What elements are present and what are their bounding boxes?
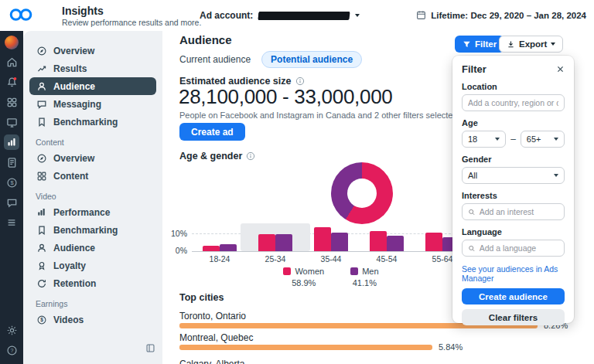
bar-men[interactable] [331,233,348,251]
sidebar-item-loyalty[interactable]: Loyalty [29,257,156,274]
insights-icon[interactable] [4,134,19,150]
sidebar-item-benchmarking[interactable]: Benchmarking [29,113,156,131]
age-range-separator: – [510,134,516,145]
interests-input-field[interactable] [480,207,558,216]
bar-women[interactable] [258,234,275,251]
audiences-manager-link[interactable]: See your audiences in Ads Manager [462,264,565,283]
bar-women[interactable] [370,231,387,251]
city-label: Toronto, Ontario [179,311,246,321]
legend-women-pct: 58.9% [283,278,324,287]
create-audience-button[interactable]: Create audience [462,288,565,304]
legend-men-pct: 41.1% [350,278,378,287]
age-label: Age [462,118,565,128]
estimated-audience-caption: People on Facebook and Instagram in Cana… [179,111,458,120]
people-icon [36,81,47,92]
trend-icon [36,63,47,74]
notifications-icon[interactable] [4,74,19,90]
svg-text:$: $ [10,179,14,186]
date-range-label: Lifetime: Dec 29, 2020 – Jan 28, 2024 [431,11,586,20]
age-min-select[interactable]: 18 [462,131,506,148]
gender-value: All [468,171,477,180]
meta-logo[interactable] [8,8,34,22]
sidebar-item-label: Retention [53,278,96,289]
svg-text:?: ? [10,347,13,352]
sidebar-item-label: Overview [53,153,94,164]
menu-icon[interactable] [4,215,19,230]
sidebar-item-content-overview[interactable]: Overview [29,149,156,167]
chevron-down-icon [495,138,500,141]
home-icon[interactable] [4,54,19,70]
sidebar-item-video-benchmarking[interactable]: Benchmarking [29,221,156,239]
sidebar-item-label: Benchmarking [53,225,118,236]
age-max-select[interactable]: 65+ [521,131,565,148]
bar-women[interactable] [203,246,220,251]
sidebar-item-overview[interactable]: Overview [29,42,156,60]
tab-potential-audience[interactable]: Potential audience [261,51,362,68]
location-input[interactable] [462,94,565,111]
filter-panel: Filter Location Age 18 – 65+ Gender All … [452,56,574,323]
settings-icon[interactable] [4,322,19,338]
chevron-down-icon [355,14,360,17]
x-axis-label: 25-34 [248,254,303,264]
medal-icon [36,260,47,271]
clear-filters-button[interactable]: Clear filters [462,309,565,325]
create-ad-button[interactable]: Create ad [179,123,245,141]
sidebar-item-retention[interactable]: Retention [29,274,156,292]
bar-men[interactable] [387,236,404,251]
filter-button[interactable]: Filter [455,36,504,53]
desktop-icon[interactable] [4,114,19,130]
age-gender-donut [331,162,393,224]
bar-women[interactable] [314,227,331,251]
estimated-audience-value: 28,100,000 - 33,000,000 [179,85,392,109]
age-range-row: 18 – 65+ [462,131,565,148]
close-icon[interactable] [556,65,565,73]
gender-select[interactable]: All [462,167,565,184]
messages-icon[interactable] [4,195,19,210]
sidebar-item-video-audience[interactable]: Audience [29,239,156,257]
sidebar-item-content[interactable]: Content [29,167,156,185]
language-input-field[interactable] [480,243,558,253]
legend-women-swatch [283,267,291,275]
compass-icon [36,46,47,56]
sidebar-item-label: Messaging [53,99,101,110]
y-axis-tick-10: 10% [166,229,187,238]
info-icon[interactable] [246,151,255,161]
date-range-selector[interactable]: Lifetime: Dec 29, 2020 – Jan 28, 2024 [416,10,586,20]
bar-chart-icon [36,207,47,217]
chevron-down-icon [554,138,558,141]
profile-avatar[interactable] [5,36,19,49]
sidebar-item-results[interactable]: Results [29,60,156,77]
age-group[interactable]: 35-44 [303,226,359,251]
sidebar-item-performance[interactable]: Performance [29,203,156,221]
content-icon[interactable] [4,155,19,170]
sidebar-item-videos[interactable]: $ Videos [29,311,156,328]
location-input-field[interactable] [468,98,558,107]
ad-account-selector[interactable]: Ad account: [200,9,360,22]
bar-men[interactable] [275,234,292,251]
apps-grid-icon[interactable] [4,94,19,110]
help-icon[interactable]: ? [4,342,19,358]
redacted-ad-account-name [258,12,350,20]
chat-icon [36,99,47,110]
language-label: Language [462,227,565,236]
bar-men[interactable] [220,244,237,251]
monetization-icon[interactable]: $ [4,175,19,190]
bookmark-icon [36,117,47,128]
tab-current-audience[interactable]: Current audience [179,54,251,65]
export-button[interactable]: Export [499,36,563,53]
sidebar-item-messaging[interactable]: Messaging [29,95,156,113]
page-title: Audience [179,33,232,46]
age-group[interactable]: 18-24 [192,226,248,251]
interests-input[interactable] [462,203,565,220]
language-input[interactable] [462,240,565,257]
chevron-down-icon [554,174,558,177]
age-group[interactable]: 25-34 [248,226,303,251]
sidebar-item-label: Videos [53,315,84,325]
insights-nav: Overview Results Audience Messaging Benc… [23,31,162,364]
sidebar-item-audience[interactable]: Audience [29,77,156,95]
age-group[interactable]: 45-54 [359,226,415,251]
x-axis-label: 18-24 [192,254,248,264]
bar-women[interactable] [425,233,442,251]
collapse-sidebar-icon[interactable] [145,343,155,353]
sidebar-item-label: Content [53,171,88,182]
